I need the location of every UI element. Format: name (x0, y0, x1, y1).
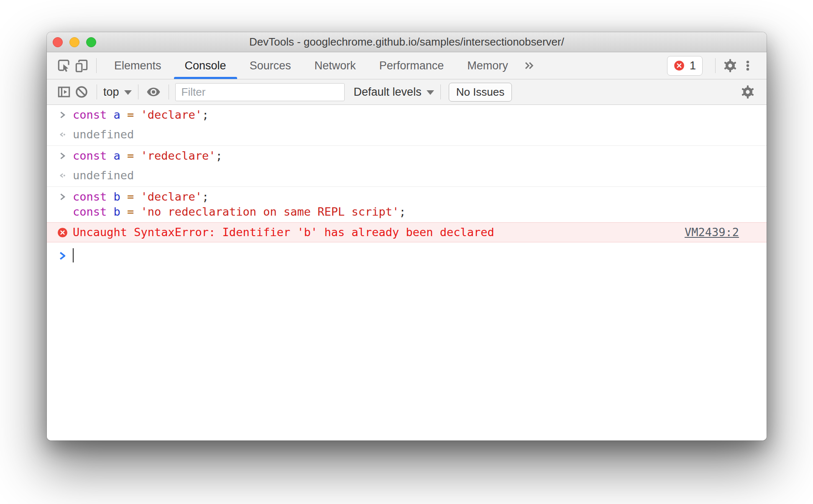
settings-button[interactable] (721, 56, 739, 75)
execution-context-selector[interactable]: top (103, 86, 132, 99)
screenshot-stage: DevTools - googlechrome.github.io/sample… (0, 0, 813, 504)
devtools-tabbar: Elements Console Sources Network Perform… (47, 52, 767, 79)
console-input-echo: const a = 'declare'; (47, 105, 767, 125)
log-levels-dropdown[interactable]: Default levels (354, 86, 434, 99)
text-cursor-caret (73, 248, 74, 262)
main-menu-button[interactable] (739, 56, 757, 75)
chevron-double-right-icon (522, 59, 536, 73)
console-settings-button[interactable] (739, 83, 757, 101)
device-toolbar-icon (74, 58, 89, 74)
tab-network[interactable]: Network (303, 52, 368, 79)
divider (169, 84, 169, 99)
close-button[interactable] (53, 37, 63, 47)
error-count: 1 (690, 59, 696, 72)
prompt-chevron-icon (47, 248, 73, 263)
console-prompt[interactable] (47, 242, 767, 265)
devtools-window: DevTools - googlechrome.github.io/sample… (47, 32, 767, 440)
tab-sources[interactable]: Sources (238, 52, 303, 79)
clear-console-button[interactable] (73, 83, 90, 101)
console-messages: const a = 'declare'; undefined const a =… (47, 105, 767, 440)
filter-input[interactable] (175, 83, 345, 101)
caret-down-icon (427, 90, 434, 95)
panel-tabs: Elements Console Sources Network Perform… (102, 52, 520, 79)
result-arrow-icon (47, 168, 73, 183)
caret-down-icon (124, 90, 132, 95)
log-levels-label: Default levels (354, 86, 422, 99)
error-count-badge[interactable]: 1 (667, 56, 703, 76)
three-dot-menu-icon (741, 59, 754, 72)
context-label: top (103, 86, 119, 99)
device-toolbar-button[interactable] (73, 56, 90, 75)
titlebar: DevTools - googlechrome.github.io/sample… (47, 32, 767, 52)
tab-performance[interactable]: Performance (368, 52, 456, 79)
error-circle-x-icon (674, 60, 685, 71)
divider (715, 58, 716, 73)
input-chevron-icon (47, 189, 73, 204)
error-source-link[interactable]: VM2439:2 (685, 225, 739, 240)
console-error-message: Uncaught SyntaxError: Identifier 'b' has… (47, 222, 767, 242)
circle-slash-icon (74, 84, 89, 99)
more-tabs-button[interactable] (520, 56, 537, 75)
inspect-cursor-icon (56, 58, 72, 74)
gear-icon (740, 84, 755, 99)
no-issues-button[interactable]: No Issues (449, 83, 512, 102)
tab-console[interactable]: Console (173, 52, 238, 79)
live-expression-button[interactable] (145, 83, 162, 101)
console-result: undefined (47, 166, 767, 187)
inspect-element-button[interactable] (55, 56, 73, 75)
divider (96, 58, 97, 73)
zoom-button[interactable] (86, 37, 96, 47)
console-result: undefined (47, 125, 767, 146)
gear-icon (723, 58, 738, 73)
result-arrow-icon (47, 127, 73, 142)
console-toolbar: top Default levels No Issues (47, 79, 767, 105)
divider (138, 84, 138, 99)
eye-icon (146, 84, 161, 100)
show-console-sidebar-icon (56, 84, 72, 100)
traffic-lights (53, 32, 96, 52)
tab-memory[interactable]: Memory (455, 52, 520, 79)
input-chevron-icon (47, 148, 73, 163)
console-sidebar-toggle-button[interactable] (55, 83, 73, 101)
input-chevron-icon (47, 107, 73, 122)
window-title: DevTools - googlechrome.github.io/sample… (249, 36, 564, 48)
error-circle-x-icon (47, 225, 73, 240)
divider (97, 84, 97, 99)
divider (440, 84, 441, 99)
minimize-button[interactable] (69, 37, 79, 47)
tab-elements[interactable]: Elements (102, 52, 173, 79)
console-input-echo: const a = 'redeclare'; (47, 146, 767, 166)
console-input-echo-multiline: const b = 'declare';const b = 'no redecl… (47, 187, 767, 222)
